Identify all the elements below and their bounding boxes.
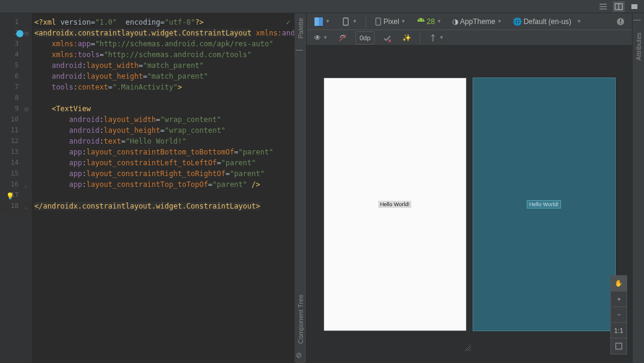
autoconnect-button[interactable]: [336, 31, 349, 44]
line-number: 16: [11, 180, 19, 188]
svg-rect-19: [616, 343, 622, 349]
infer-constraints-button[interactable]: ✨: [400, 31, 414, 44]
zoom-controls: ✋ ＋ － 1:1: [610, 275, 627, 355]
clear-constraints-button[interactable]: [381, 31, 394, 44]
tab-palette[interactable]: Palette: [296, 13, 305, 43]
line-gutter: 1 2⊟ 3 4 5 6 7 8 9⊟ 10 11 12 13 14 15 16…: [0, 13, 32, 363]
class-marker-icon[interactable]: [16, 30, 23, 37]
line-number: 3: [14, 40, 19, 47]
svg-point-7: [419, 19, 420, 20]
code-editor-pane: 1 2⊟ 3 4 5 6 7 8 9⊟ 10 11 12 13 14 15 16…: [0, 13, 295, 363]
svg-rect-2: [631, 4, 637, 9]
resize-handle-icon[interactable]: [464, 344, 472, 352]
theme-picker[interactable]: ◑ AppTheme ▼: [450, 15, 504, 28]
tab-component-tree[interactable]: Component Tree: [296, 290, 305, 349]
left-tool-tabs: Palette — Component Tree ⊘: [295, 13, 307, 363]
svg-line-18: [470, 350, 471, 351]
zoom-fit-button[interactable]: [611, 338, 627, 354]
guidelines-button[interactable]: ▼: [426, 31, 446, 44]
line-number: 11: [11, 126, 19, 134]
zoom-in-button[interactable]: ＋: [611, 291, 627, 307]
api-label: 28: [427, 17, 435, 26]
globe-icon: 🌐: [513, 17, 522, 26]
view-design-icon[interactable]: [628, 1, 640, 12]
pan-button[interactable]: ✋: [611, 276, 627, 291]
editor-top-bar: [0, 0, 644, 13]
line-number: 7: [14, 83, 19, 91]
line-number: 12: [11, 137, 19, 145]
minimize-icon[interactable]: —: [634, 16, 643, 25]
theme-label: AppTheme: [460, 17, 495, 26]
line-number: 15: [11, 169, 19, 177]
block-icon[interactable]: ⊘: [296, 351, 305, 361]
tab-attributes[interactable]: Attributes: [634, 28, 643, 65]
minimize-icon[interactable]: —: [296, 46, 305, 55]
eye-icon: 👁: [314, 34, 321, 42]
preview-textview[interactable]: Hello World!: [378, 201, 411, 208]
fold-close-icon[interactable]: ⌞: [25, 182, 28, 188]
svg-rect-4: [314, 17, 319, 26]
design-toolbar: ▼ ▼ Pixel ▼ 28 ▼ ◑: [307, 13, 632, 30]
analysis-ok-icon[interactable]: ✓: [286, 18, 290, 26]
blueprint-preview[interactable]: Hello World!: [473, 78, 615, 331]
margin-label: 0dp: [360, 34, 370, 41]
layout-canvas[interactable]: Hello World! Hello World! ✋ ＋ － 1:1: [307, 46, 632, 363]
line-number: 8: [14, 94, 19, 102]
line-number: 10: [11, 115, 19, 123]
line-number: 14: [11, 159, 19, 166]
fold-toggle-icon[interactable]: ⊟: [25, 30, 28, 37]
intention-bulb-icon[interactable]: 💡: [6, 192, 14, 200]
line-number: 6: [14, 72, 19, 80]
design-pane: Palette — Component Tree ⊘ ▼ ▼ Pixel: [295, 13, 644, 363]
line-number: 4: [14, 50, 19, 58]
svg-point-8: [422, 19, 423, 20]
design-toolbar-secondary: 👁▼ 0dp ✨ ▼: [307, 30, 632, 46]
fold-toggle-icon[interactable]: ⊟: [25, 106, 28, 112]
locale-picker[interactable]: 🌐 Default (en-us) ▼: [511, 15, 584, 28]
device-picker[interactable]: Pixel ▼: [372, 15, 408, 28]
default-margin-button[interactable]: 0dp: [355, 31, 375, 44]
view-list-icon[interactable]: [597, 1, 609, 12]
theme-icon: ◑: [452, 17, 458, 26]
line-number: 13: [11, 148, 19, 156]
fold-close-icon[interactable]: ⌞: [25, 203, 28, 210]
api-picker[interactable]: 28 ▼: [414, 15, 444, 28]
device-label: Pixel: [384, 17, 399, 26]
design-surface-button[interactable]: ▼: [311, 15, 333, 28]
svg-rect-11: [620, 23, 621, 24]
wand-icon: ✨: [402, 34, 411, 42]
design-preview[interactable]: Hello World!: [324, 78, 466, 331]
orientation-button[interactable]: ▼: [339, 15, 360, 28]
warnings-button[interactable]: [614, 15, 627, 28]
svg-rect-5: [343, 18, 348, 25]
svg-rect-10: [620, 19, 621, 22]
svg-rect-6: [376, 18, 381, 25]
zoom-out-button[interactable]: －: [611, 307, 627, 323]
view-options-button[interactable]: 👁▼: [311, 31, 330, 44]
line-number: 9: [14, 105, 19, 112]
view-split-icon[interactable]: [613, 1, 625, 12]
blueprint-textview[interactable]: Hello World!: [527, 201, 560, 208]
code-text-area[interactable]: ✓ <?xml version="1.0" encoding="utf-8"?>…: [32, 13, 294, 363]
line-number: 5: [14, 61, 19, 69]
line-number: 1: [14, 18, 19, 26]
line-number: 18: [11, 202, 19, 210]
zoom-100-button[interactable]: 1:1: [611, 323, 627, 338]
right-tool-tabs: — Attributes: [632, 13, 644, 363]
hand-icon: ✋: [615, 279, 623, 287]
locale-label: Default (en-us): [524, 17, 571, 26]
